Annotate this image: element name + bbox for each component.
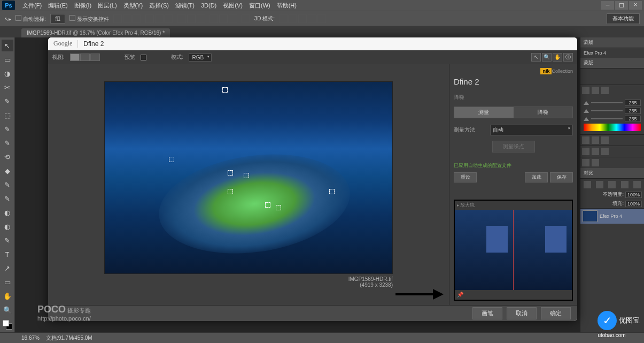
blue-slider[interactable] bbox=[591, 118, 623, 119]
eraser-tool[interactable]: ✎ bbox=[2, 179, 13, 190]
dodge-tool[interactable]: ◐ bbox=[2, 220, 13, 232]
view-single-button[interactable] bbox=[70, 54, 80, 61]
distribute-icon[interactable] bbox=[177, 14, 186, 23]
panel-icon[interactable] bbox=[592, 148, 599, 155]
mode-dropdown[interactable]: RGB bbox=[189, 54, 212, 62]
zoom-tool[interactable]: 🔍 bbox=[2, 304, 13, 316]
red-slider[interactable] bbox=[591, 102, 623, 103]
close-button[interactable]: × bbox=[629, 1, 642, 10]
distribute-icon[interactable] bbox=[187, 14, 196, 23]
menu-3d[interactable]: 3D(D) bbox=[198, 2, 220, 9]
noise-marker[interactable] bbox=[228, 170, 233, 176]
blur-tool[interactable]: ◐ bbox=[2, 207, 13, 218]
panel-icon[interactable] bbox=[592, 136, 599, 144]
lasso-tool[interactable]: ◑ bbox=[2, 67, 13, 79]
method-dropdown[interactable]: 自动 bbox=[490, 125, 573, 135]
gradient-tool[interactable]: ✎ bbox=[2, 193, 13, 204]
color-swatch[interactable] bbox=[3, 320, 12, 330]
3d-icon[interactable] bbox=[308, 14, 316, 23]
preview-image[interactable] bbox=[104, 81, 393, 274]
layer-filter-icon[interactable] bbox=[608, 181, 616, 188]
noise-marker[interactable] bbox=[222, 87, 228, 93]
blue-value[interactable]: 255 bbox=[625, 116, 641, 122]
pin-icon[interactable]: 📌 bbox=[457, 292, 463, 298]
3d-icon[interactable] bbox=[317, 14, 326, 23]
panel-icon[interactable] bbox=[582, 87, 589, 94]
wand-tool[interactable]: ✂ bbox=[2, 81, 13, 93]
zoom-level[interactable]: 16.67% bbox=[21, 335, 40, 341]
auto-select-dropdown[interactable]: 组 bbox=[50, 14, 65, 24]
zoom-tool-button[interactable]: 🔍 bbox=[542, 53, 552, 62]
layer-filter-icon[interactable] bbox=[584, 181, 591, 188]
workspace-dropdown[interactable]: 基本功能 bbox=[607, 13, 640, 24]
move-tool[interactable]: ↖ bbox=[2, 40, 13, 51]
layer-filter-icon[interactable] bbox=[621, 181, 629, 188]
align-icon[interactable] bbox=[165, 14, 173, 23]
eyedropper-tool[interactable]: ⬚ bbox=[2, 109, 13, 121]
masks-panel-tab[interactable]: 蒙版 bbox=[580, 37, 644, 48]
3d-icon[interactable] bbox=[279, 14, 288, 23]
distribute-icon[interactable] bbox=[229, 14, 237, 23]
panel-icon[interactable] bbox=[582, 136, 589, 144]
noise-marker[interactable] bbox=[244, 173, 249, 178]
history-brush-tool[interactable]: ◆ bbox=[2, 165, 13, 177]
opacity-value[interactable]: 100% bbox=[625, 192, 642, 198]
panel-icon[interactable] bbox=[601, 148, 609, 155]
info-button[interactable]: ⓘ bbox=[563, 53, 573, 62]
select-tool-button[interactable]: ↖ bbox=[531, 53, 541, 62]
align-icon[interactable] bbox=[155, 14, 164, 23]
cancel-button[interactable]: 取消 bbox=[507, 307, 537, 319]
layer-filter-icon[interactable] bbox=[596, 181, 603, 188]
shape-tool[interactable]: ▭ bbox=[2, 276, 13, 288]
panel-icon[interactable] bbox=[582, 159, 589, 166]
distribute-icon[interactable] bbox=[219, 14, 228, 23]
hand-tool[interactable]: ✋ bbox=[2, 290, 13, 302]
align-icon[interactable] bbox=[145, 14, 154, 23]
noise-marker[interactable] bbox=[329, 189, 335, 194]
noise-marker[interactable] bbox=[169, 157, 174, 162]
document-tab[interactable]: IMGP1569-HDR.tif @ 16.7% (Color Efex Pro… bbox=[21, 28, 170, 37]
tab-reduce[interactable]: 降噪 bbox=[514, 107, 573, 118]
align-icon[interactable] bbox=[133, 14, 141, 23]
minimize-button[interactable]: – bbox=[601, 1, 614, 10]
menu-view[interactable]: 视图(V) bbox=[220, 2, 246, 10]
layers-panel-tab[interactable]: 对比 bbox=[580, 168, 644, 179]
panel-icon[interactable] bbox=[592, 159, 599, 166]
marquee-tool[interactable]: ▭ bbox=[2, 54, 13, 65]
menu-help[interactable]: 帮助(H) bbox=[274, 2, 300, 10]
brush-tool[interactable]: ✎ bbox=[2, 137, 13, 149]
path-tool[interactable]: ↗ bbox=[2, 262, 13, 274]
brush-button[interactable]: 画笔 bbox=[472, 307, 502, 319]
auto-select-checkbox[interactable] bbox=[15, 15, 21, 21]
green-slider[interactable] bbox=[591, 110, 623, 111]
panel-icon[interactable] bbox=[582, 148, 589, 155]
adjustments-panel-tab[interactable]: 蒙版 bbox=[580, 58, 644, 68]
menu-type[interactable]: 类型(Y) bbox=[120, 2, 146, 10]
panel-icon[interactable] bbox=[601, 136, 609, 144]
tab-measure[interactable]: 测量 bbox=[454, 107, 514, 118]
menu-file[interactable]: 文件(F) bbox=[19, 2, 45, 10]
ok-button[interactable]: 确定 bbox=[541, 307, 571, 319]
menu-edit[interactable]: 编辑(E) bbox=[45, 2, 71, 10]
menu-layer[interactable]: 图层(L) bbox=[95, 2, 120, 10]
dialog-title-bar[interactable]: Google Dfine 2 bbox=[48, 37, 577, 50]
layer-item[interactable]: Efex Pro 4 bbox=[580, 208, 644, 224]
red-value[interactable]: 255 bbox=[625, 100, 641, 106]
load-button[interactable]: 加载 bbox=[525, 172, 548, 182]
view-side-button[interactable] bbox=[90, 54, 100, 61]
panel-icon[interactable] bbox=[601, 87, 609, 94]
color-ramp[interactable] bbox=[584, 124, 641, 131]
panel-icon[interactable] bbox=[592, 87, 599, 94]
maximize-button[interactable]: ◻ bbox=[615, 1, 628, 10]
loupe-preview[interactable] bbox=[455, 210, 572, 290]
stamp-tool[interactable]: ⟲ bbox=[2, 151, 13, 163]
noise-marker[interactable] bbox=[276, 205, 281, 210]
align-3d-icon[interactable] bbox=[242, 14, 250, 23]
show-transform-checkbox[interactable] bbox=[69, 15, 75, 21]
3d-icon[interactable] bbox=[289, 14, 297, 23]
noise-marker[interactable] bbox=[265, 202, 270, 208]
noise-marker[interactable] bbox=[228, 189, 233, 194]
distribute-icon[interactable] bbox=[210, 14, 218, 23]
pen-tool[interactable]: ✎ bbox=[2, 234, 13, 246]
distribute-icon[interactable] bbox=[197, 14, 205, 23]
